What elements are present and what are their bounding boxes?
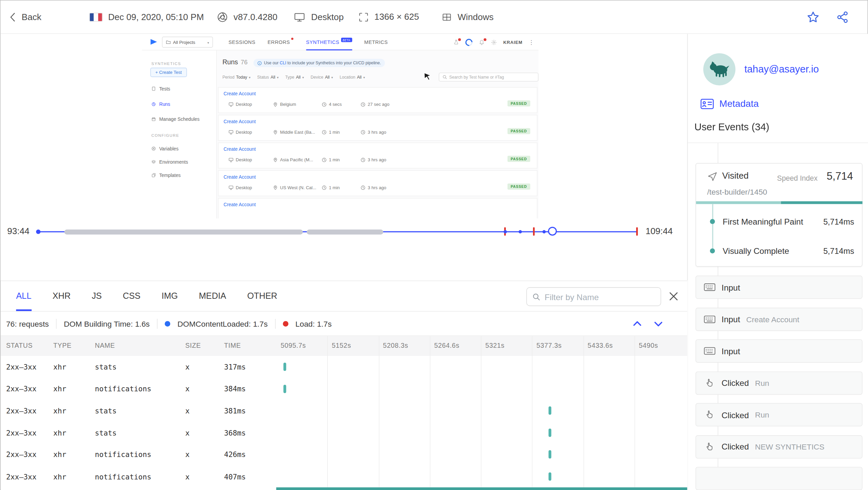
metadata-label: Metadata	[719, 98, 759, 110]
chevron-down-icon[interactable]	[652, 317, 665, 330]
event-card-clicked[interactable]: ClickedRun	[695, 403, 862, 426]
network-filter[interactable]	[526, 287, 661, 306]
event-type: Clicked	[722, 378, 749, 388]
network-overview-bar[interactable]	[276, 487, 687, 490]
replayed-tab-sessions[interactable]: SESSIONS	[228, 34, 255, 50]
event-card-input[interactable]: InputCreate Account	[695, 308, 862, 331]
user-email[interactable]: tahay@asayer.io	[744, 64, 819, 75]
user-events-list: InputInputCreate AccountInputClickedRunC…	[695, 276, 862, 490]
column-header-size[interactable]: SIZE	[185, 342, 201, 349]
event-card-input[interactable]: Input	[695, 339, 862, 362]
star-icon	[806, 10, 820, 24]
replayed-tab-metrics[interactable]: METRICS	[364, 34, 388, 50]
network-tab-other[interactable]: OTHER	[247, 281, 277, 311]
network-tab-js[interactable]: JS	[92, 281, 101, 311]
run-filter-location[interactable]: LocationAll▾	[340, 75, 365, 80]
banner-cli-link[interactable]: CLI	[280, 61, 286, 66]
event-marker[interactable]	[518, 230, 522, 233]
runs-search[interactable]	[439, 72, 539, 81]
create-test-button[interactable]: + Create Test	[150, 68, 187, 77]
flask-icon[interactable]	[453, 39, 460, 45]
network-request-row[interactable]: 2xx–3xxxhrnotificationsx426ms	[1, 444, 687, 466]
run-duration-text: 4 secs	[329, 102, 342, 107]
kebab-menu-icon[interactable]: ⋮	[529, 39, 534, 45]
metadata-button[interactable]: Metadata	[700, 98, 759, 110]
run-filter-type[interactable]: TypeAll▾	[285, 75, 304, 80]
run-name-link[interactable]: Create Account	[224, 91, 256, 96]
run-time-ago-icon	[360, 102, 366, 107]
divider	[275, 318, 275, 328]
network-tab-media[interactable]: MEDIA	[199, 281, 226, 311]
run-location-icon	[273, 158, 278, 163]
banner-text: Use our CLI to include your Synthetics i…	[264, 61, 381, 66]
network-request-row[interactable]: 2xx–3xxxhrnotificationsx384ms	[1, 378, 687, 400]
event-card-clicked[interactable]: ClickedNEW SYNTHETICS	[695, 435, 862, 458]
gear-icon[interactable]	[491, 39, 497, 45]
network-request-row[interactable]: 2xx–3xxxhrstatsx381ms	[1, 400, 687, 422]
run-filter-status[interactable]: StatusAll▾	[257, 75, 279, 80]
sidebar-item-environments[interactable]: Environments	[151, 159, 188, 165]
back-button[interactable]: Back	[10, 12, 42, 22]
run-device: Desktop	[228, 130, 273, 135]
sidebar-item-runs[interactable]: Runs	[151, 101, 170, 107]
run-device-text: Desktop	[236, 158, 252, 163]
run-filter-period[interactable]: PeriodToday▾	[222, 75, 251, 80]
network-tab-xhr[interactable]: XHR	[52, 281, 70, 311]
event-card-partial[interactable]	[695, 467, 862, 490]
network-request-row[interactable]: 2xx–3xxxhrnotificationsx407ms	[1, 466, 687, 488]
bell-icon[interactable]	[479, 39, 485, 45]
column-header-name[interactable]: NAME	[95, 342, 115, 349]
share-button[interactable]	[836, 10, 850, 24]
run-group[interactable]: Create Account	[218, 198, 537, 218]
run-name-link[interactable]: Create Account	[224, 146, 256, 152]
replayed-tab-errors[interactable]: ERRORS	[268, 34, 294, 50]
device-label: Desktop	[311, 12, 344, 22]
run-group[interactable]: Create AccountDesktopUS West (N. Cal...1…	[218, 170, 537, 196]
event-type: Clicked	[722, 410, 749, 420]
close-panel-icon[interactable]	[669, 292, 678, 301]
column-header-status[interactable]: STATUS	[6, 342, 33, 349]
network-request-row[interactable]: 2xx–3xxxhrstatsx317ms	[1, 356, 687, 378]
run-group[interactable]: Create AccountDesktopMiddle East (Ba...1…	[218, 115, 537, 141]
network-tab-all[interactable]: ALL	[16, 281, 31, 311]
run-location-icon	[273, 102, 278, 107]
replayed-user-name[interactable]: KRAIEM	[503, 40, 523, 45]
run-group[interactable]: Create AccountDesktopBelgium4 secs27 sec…	[218, 87, 537, 113]
sidebar-item-templates[interactable]: Templates	[151, 173, 181, 178]
event-card-clicked[interactable]: ClickedRun	[695, 371, 862, 394]
visited-url[interactable]: /test-builder/1450	[707, 187, 767, 196]
run-duration: 1 min	[322, 130, 360, 135]
network-filter-input[interactable]	[545, 292, 655, 301]
player-controls: Play 10 Back 3x Skip Inactivity Network …	[1, 245, 687, 281]
request-name: notifications	[95, 473, 151, 481]
column-header-time[interactable]: TIME	[224, 342, 241, 349]
issue-marker[interactable]	[636, 227, 638, 235]
sidebar-item-tests[interactable]: Tests	[151, 86, 170, 92]
event-marker[interactable]	[503, 230, 507, 233]
event-marker[interactable]	[543, 230, 546, 233]
run-group[interactable]: Create AccountDesktopAsia Pacific (M...1…	[218, 143, 537, 169]
run-filter-device[interactable]: DeviceAll▾	[310, 75, 333, 80]
sidebar-item-variables[interactable]: Variables	[151, 146, 179, 151]
timeline-scrubber[interactable]	[548, 227, 557, 235]
run-device-text: Desktop	[236, 130, 252, 135]
network-tab-img[interactable]: IMG	[162, 281, 178, 311]
runs-search-input[interactable]	[449, 75, 535, 80]
tab-label: SESSIONS	[228, 39, 255, 45]
visited-event-card[interactable]: Visited Speed Index 5,714 /test-builder/…	[695, 163, 862, 267]
sidebar-item-manage-schedules[interactable]: Manage Schedules	[151, 116, 199, 122]
run-name-link[interactable]: Create Account	[224, 174, 256, 180]
run-name-link[interactable]: Create Account	[224, 119, 256, 124]
run-location-icon	[273, 185, 278, 190]
chevron-up-icon[interactable]	[631, 317, 644, 330]
event-card-input[interactable]: Input	[695, 276, 862, 299]
column-header-type[interactable]: TYPE	[53, 342, 71, 349]
issue-marker[interactable]	[533, 227, 535, 235]
network-request-row[interactable]: 2xx–3xxxhrstatsx368ms	[1, 422, 687, 444]
tab-label: SYNTHETICS	[306, 39, 339, 45]
replayed-tab-synthetics[interactable]: SYNTHETICSBETA	[306, 34, 352, 50]
run-name-link[interactable]: Create Account	[224, 202, 256, 207]
project-selector[interactable]: All Projects ▾	[162, 37, 213, 48]
network-tab-css[interactable]: CSS	[123, 281, 141, 311]
favorite-button[interactable]	[806, 10, 820, 24]
